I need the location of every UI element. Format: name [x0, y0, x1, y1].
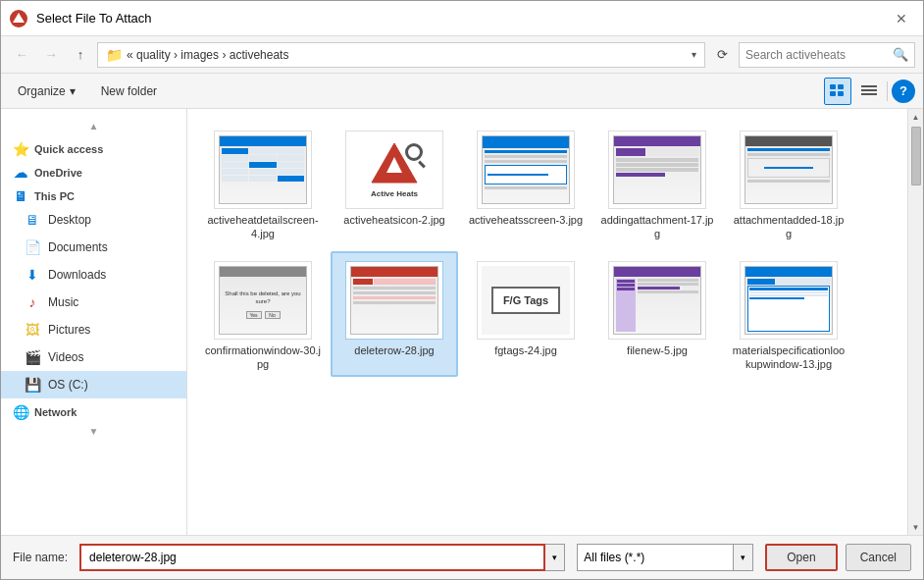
file-area-scrollbar: ▲ ▼ — [907, 109, 923, 535]
new-folder-button[interactable]: New folder — [92, 78, 166, 105]
organize-label: Organize — [18, 84, 66, 98]
list-item[interactable]: addingattachment-17.jpg — [593, 121, 721, 247]
osc-label: OS (C:) — [48, 378, 88, 392]
sidebar-item-documents[interactable]: 📄 Documents — [1, 234, 186, 261]
videos-label: Videos — [48, 350, 83, 364]
desktop-icon: 🖥 — [25, 212, 40, 228]
help-button[interactable]: ? — [892, 79, 915, 103]
network-label: Network — [34, 406, 77, 418]
address-field[interactable]: 📁 « quality › images › activeheats ▾ — [97, 42, 705, 68]
downloads-icon: ⬇ — [25, 267, 40, 283]
search-icon: 🔍 — [893, 47, 908, 62]
sidebar-section-thispc[interactable]: 🖥 This PC — [1, 183, 186, 206]
folder-icon: 📁 — [106, 47, 123, 63]
filetype-label: All files (*.*) — [584, 551, 644, 564]
list-item[interactable]: Shall this be deleted, are you sure? Yes… — [199, 251, 327, 378]
scrollbar-thumb[interactable] — [911, 127, 921, 185]
file-name: attachmentadded-18.jpg — [731, 213, 847, 241]
back-button[interactable]: ← — [9, 42, 34, 68]
title-bar: Select File To Attach ✕ — [1, 1, 923, 36]
svg-rect-7 — [861, 89, 877, 91]
sidebar-item-desktop[interactable]: 🖥 Desktop — [1, 206, 186, 234]
file-area: activeheatdetailscreen-4.jpg Activ — [187, 109, 907, 535]
file-name: addingattachment-17.jpg — [599, 213, 715, 241]
sidebar-item-pictures[interactable]: 🖼 Pictures — [1, 316, 186, 343]
organize-button[interactable]: Organize ▾ — [9, 78, 84, 105]
file-thumbnail: Shall this be deleted, are you sure? Yes… — [214, 261, 312, 340]
cancel-button[interactable]: Cancel — [846, 544, 911, 571]
file-thumbnail: Active Heats — [345, 131, 443, 209]
list-item[interactable]: filenew-5.jpg — [593, 251, 721, 378]
file-name-label: File name: — [13, 551, 68, 564]
details-view-button[interactable] — [855, 78, 883, 105]
list-item[interactable]: activeheatdetailscreen-4.jpg — [199, 121, 327, 247]
sidebar: ▲ ⭐ Quick access ☁ OneDrive 🖥 This PC 🖥 … — [1, 109, 187, 535]
scrollbar-down-arrow[interactable]: ▼ — [908, 519, 924, 535]
onedrive-label: OneDrive — [34, 167, 82, 179]
documents-icon: 📄 — [25, 239, 40, 255]
quickaccess-label: Quick access — [34, 143, 103, 155]
forward-button[interactable]: → — [38, 42, 64, 68]
details-icon — [861, 84, 877, 98]
downloads-label: Downloads — [48, 268, 106, 282]
list-item[interactable]: F/G Tags fgtags-24.jpg — [462, 251, 590, 378]
sidebar-item-downloads[interactable]: ⬇ Downloads — [1, 261, 186, 289]
sidebar-section-onedrive[interactable]: ☁ OneDrive — [1, 159, 186, 183]
file-area-wrapper: activeheatdetailscreen-4.jpg Activ — [187, 109, 907, 535]
file-name: materialspecificationlookupwindow-13.jpg — [731, 343, 847, 372]
thispc-icon: 🖥 — [13, 188, 28, 204]
address-bar: ← → ↑ 📁 « quality › images › activeheats… — [1, 36, 923, 74]
file-thumbnail: F/G Tags — [477, 261, 575, 340]
close-button[interactable]: ✕ — [888, 5, 915, 32]
list-item[interactable]: deleterow-28.jpg — [331, 251, 458, 378]
refresh-button[interactable]: ⟳ — [709, 42, 735, 68]
pictures-icon: 🖼 — [25, 322, 40, 338]
music-icon: ♪ — [25, 294, 40, 310]
sidebar-section-quickaccess[interactable]: ⭐ Quick access — [1, 135, 186, 159]
svg-rect-4 — [830, 91, 836, 96]
sidebar-scroll-up[interactable]: ▲ — [1, 117, 186, 135]
up-button[interactable]: ↑ — [68, 42, 93, 68]
address-dropdown-arrow[interactable]: ▾ — [692, 49, 696, 60]
file-thumbnail — [477, 131, 575, 209]
pictures-label: Pictures — [48, 323, 90, 337]
desktop-label: Desktop — [48, 213, 91, 227]
file-name: filenew-5.jpg — [627, 343, 688, 357]
title-bar-controls: ✕ — [888, 5, 915, 32]
filename-dropdown-arrow[interactable]: ▾ — [545, 544, 565, 571]
open-button[interactable]: Open — [765, 544, 837, 571]
svg-rect-5 — [838, 91, 844, 96]
search-box: 🔍 — [739, 42, 915, 68]
documents-label: Documents — [48, 240, 108, 254]
list-item[interactable]: Active Heats activeheatsicon-2.jpg — [331, 121, 458, 247]
filetype-select[interactable]: All files (*.*) — [577, 544, 734, 571]
file-name: activeheatdetailscreen-4.jpg — [205, 213, 321, 241]
file-name: activeheatsscreen-3.jpg — [469, 213, 583, 227]
file-thumbnail — [214, 131, 312, 209]
file-thumbnail — [608, 261, 706, 340]
list-item[interactable]: materialspecificationlookupwindow-13.jpg — [725, 251, 852, 378]
search-input[interactable] — [745, 48, 889, 62]
network-icon: 🌐 — [13, 404, 28, 420]
filename-input-wrap: ▾ — [79, 544, 565, 571]
filetype-dropdown-arrow[interactable]: ▾ — [734, 544, 753, 571]
scrollbar-up-arrow[interactable]: ▲ — [908, 109, 924, 125]
filetype-wrap: All files (*.*) ▾ — [577, 544, 753, 571]
scrollbar-track — [908, 187, 923, 519]
sidebar-item-music[interactable]: ♪ Music — [1, 289, 186, 316]
list-item[interactable]: activeheatsscreen-3.jpg — [462, 121, 590, 247]
sidebar-item-osc[interactable]: 💾 OS (C:) — [1, 371, 186, 398]
file-name: deleterow-28.jpg — [354, 343, 434, 357]
filename-input[interactable] — [79, 544, 545, 571]
svg-rect-8 — [861, 93, 877, 95]
list-item[interactable]: attachmentadded-18.jpg — [725, 121, 852, 247]
toolbar: Organize ▾ New folder — [1, 74, 923, 109]
sidebar-scroll-down[interactable]: ▼ — [1, 422, 186, 441]
large-icons-view-button[interactable] — [824, 78, 851, 105]
app-icon — [9, 9, 28, 28]
file-name: activeheatsicon-2.jpg — [343, 213, 444, 227]
sidebar-section-network[interactable]: 🌐 Network — [1, 398, 186, 422]
main-content: ▲ ⭐ Quick access ☁ OneDrive 🖥 This PC 🖥 … — [1, 109, 923, 535]
breadcrumb-text: « quality › images › activeheats — [127, 48, 688, 62]
sidebar-item-videos[interactable]: 🎬 Videos — [1, 343, 186, 371]
